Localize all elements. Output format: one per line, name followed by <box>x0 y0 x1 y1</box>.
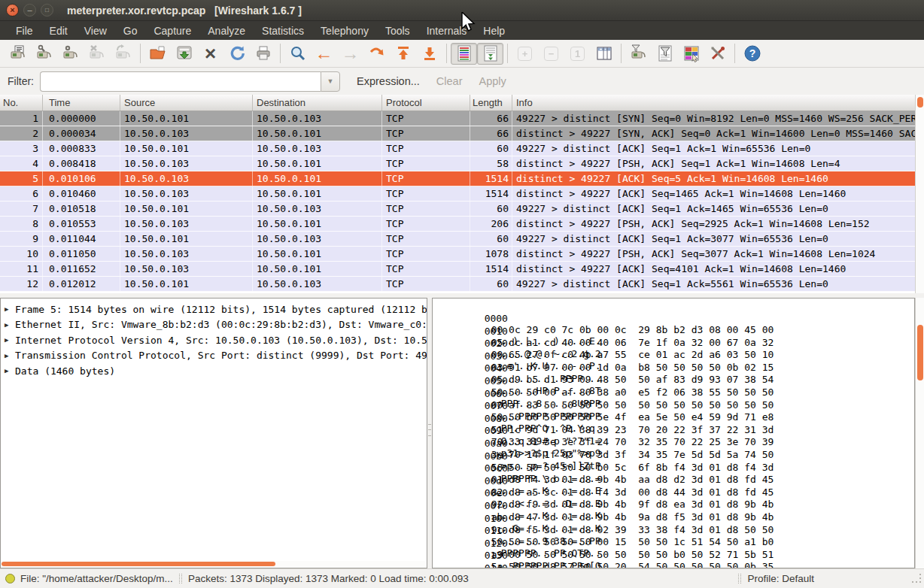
coloring-rules-icon[interactable] <box>678 43 704 65</box>
table-row[interactable]: 10 0.011050 10.50.0.103 10.50.0.101 TCP … <box>0 247 915 262</box>
close-window-icon[interactable]: × <box>6 4 19 17</box>
hex-bytes: 50 50 50 50 50 50 00 15 50 50 1c 51 54 5… <box>491 536 774 547</box>
table-row[interactable]: 8 0.010553 10.50.0.103 10.50.0.101 TCP 2… <box>0 217 915 232</box>
statusbar-grip[interactable] <box>179 574 182 583</box>
hex-bytes: 70 33 31 3e 3e 3f 24 70 32 35 70 22 25 3… <box>491 436 774 447</box>
help-icon[interactable]: ? <box>739 43 765 65</box>
go-to-packet-icon[interactable] <box>363 43 390 65</box>
detail-text: Frame 5: 1514 bytes on wire (12112 bits)… <box>15 304 427 315</box>
filter-input[interactable] <box>40 71 321 92</box>
menu-item[interactable]: Help <box>475 23 513 39</box>
resize-grip[interactable] <box>912 574 922 584</box>
menu-item[interactable]: Capture <box>145 23 199 39</box>
capture-filter-icon[interactable] <box>625 43 652 65</box>
capture-options-icon[interactable] <box>31 43 57 65</box>
column-header-time[interactable]: Time <box>43 95 120 111</box>
cell-destination: 10.50.0.103 <box>253 232 382 246</box>
status-profile[interactable]: Profile: Default <box>747 573 814 584</box>
expander-triangle-icon[interactable]: ▶ <box>5 352 15 359</box>
display-filter-icon[interactable] <box>652 43 678 65</box>
hex-bytes: 05 dc a1 cd 40 00 40 06 7e 1f 0a 32 00 6… <box>491 337 774 348</box>
menu-item[interactable]: Telephony <box>312 23 377 39</box>
cell-destination: 10.50.0.101 <box>253 156 382 171</box>
hex-offset: 0090 <box>485 425 509 436</box>
table-row[interactable]: 1 0.000000 10.50.0.101 10.50.0.103 TCP 6… <box>0 111 915 126</box>
expression-button[interactable]: Expression... <box>357 75 420 87</box>
column-header-length[interactable]: Length <box>470 95 512 111</box>
menu-item[interactable]: Analyze <box>199 23 254 39</box>
bytes-scrollbar[interactable] <box>915 298 924 568</box>
expander-triangle-icon[interactable]: ▶ <box>5 321 15 329</box>
table-row[interactable]: 3 0.000833 10.50.0.101 10.50.0.103 TCP 6… <box>0 141 915 156</box>
detail-line[interactable]: ▶ Frame 5: 1514 bytes on wire (12112 bit… <box>1 302 427 317</box>
detail-line[interactable]: ▶ Transmission Control Protocol, Src Por… <box>1 348 427 363</box>
scrollbar-thumb[interactable] <box>917 97 923 108</box>
statusbar-grip[interactable] <box>738 574 741 583</box>
cell-source: 10.50.0.103 <box>120 186 253 201</box>
interfaces-icon[interactable] <box>5 43 31 65</box>
cell-destination: 10.50.0.103 <box>253 111 382 126</box>
expander-triangle-icon[interactable]: ▶ <box>5 336 15 344</box>
details-horizontal-scrollbar[interactable] <box>2 561 426 567</box>
scrollbar-thumb[interactable] <box>2 562 275 566</box>
print-icon[interactable] <box>250 43 276 65</box>
preferences-icon[interactable] <box>704 43 731 65</box>
detail-text: Internet Protocol Version 4, Src: 10.50.… <box>15 335 427 346</box>
close-file-icon[interactable]: × <box>197 43 223 65</box>
hex-offset: 0010 <box>485 326 509 337</box>
hex-offset: 0140 <box>485 562 509 568</box>
cell-time: 0.010460 <box>43 186 120 201</box>
table-row[interactable]: 4 0.008418 10.50.0.103 10.50.0.101 TCP 5… <box>0 156 915 171</box>
menu-item[interactable]: Go <box>115 23 146 39</box>
column-header-destination[interactable]: Destination <box>253 95 382 111</box>
menu-item[interactable]: Tools <box>377 23 418 39</box>
hex-line[interactable]: 0000 00 0c 29 c0 7c 0b 00 0c 29 8b b2 d3… <box>437 302 914 314</box>
expander-triangle-icon[interactable]: ▶ <box>5 367 15 374</box>
table-row[interactable]: 11 0.011652 10.50.0.103 10.50.0.101 TCP … <box>0 262 915 277</box>
menu-item[interactable]: Statistics <box>254 23 312 39</box>
filter-dropdown-icon[interactable]: ▼ <box>321 71 340 92</box>
cell-info: distinct > 49227 [PSH, ACK] Seq=1 Ack=1 … <box>512 156 915 171</box>
colorize-icon[interactable] <box>451 43 477 65</box>
window-title: meterpreter.xor.revtcp.pcap [Wireshark 1… <box>67 5 302 17</box>
table-row[interactable]: 6 0.010460 10.50.0.103 10.50.0.101 TCP 1… <box>0 186 915 202</box>
go-back-icon[interactable]: ← <box>311 43 337 65</box>
table-row[interactable]: 7 0.010518 10.50.0.101 10.50.0.103 TCP 6… <box>0 202 915 217</box>
capture-start-icon[interactable] <box>57 43 84 65</box>
reload-icon[interactable] <box>223 43 250 65</box>
table-row[interactable]: 9 0.011044 10.50.0.101 10.50.0.103 TCP 6… <box>0 232 915 247</box>
go-to-bottom-icon[interactable] <box>416 43 442 65</box>
packet-bytes-pane: 0000 00 0c 29 c0 7c 0b 00 0c 29 8b b2 d3… <box>432 298 915 568</box>
maximize-window-icon[interactable]: □ <box>41 4 53 17</box>
cell-no: 3 <box>0 141 43 156</box>
table-row[interactable]: 5 0.010106 10.50.0.103 10.50.0.101 TCP 1… <box>0 171 915 186</box>
scrollbar-thumb[interactable] <box>917 325 923 380</box>
table-row[interactable]: 2 0.000034 10.50.0.103 10.50.0.101 TCP 6… <box>0 126 915 141</box>
hex-offset: 0050 <box>485 375 509 386</box>
column-header-info[interactable]: Info <box>512 95 915 111</box>
save-file-icon[interactable] <box>171 43 197 65</box>
auto-scroll-icon[interactable] <box>477 43 503 65</box>
open-file-icon[interactable] <box>144 43 171 65</box>
packet-list-scrollbar[interactable] <box>915 95 924 293</box>
apply-button: Apply <box>479 75 506 87</box>
table-row[interactable]: 12 0.012012 10.50.0.101 10.50.0.103 TCP … <box>0 277 915 292</box>
detail-line[interactable]: ▶ Ethernet II, Src: Vmware_8b:b2:d3 (00:… <box>1 317 427 332</box>
packet-list-header: No. Time Source Destination Protocol Len… <box>0 95 915 111</box>
resize-columns-icon[interactable] <box>591 43 617 65</box>
expander-triangle-icon[interactable]: ▶ <box>5 305 15 313</box>
menu-item[interactable]: Edit <box>41 23 76 39</box>
find-icon[interactable] <box>284 43 311 65</box>
menu-item[interactable]: View <box>76 23 115 39</box>
column-header-protocol[interactable]: Protocol <box>382 95 470 111</box>
detail-line[interactable]: ▶ Internet Protocol Version 4, Src: 10.5… <box>1 332 427 347</box>
divider-grip[interactable] <box>428 424 431 436</box>
menu-item[interactable]: File <box>8 23 41 39</box>
expert-info-icon[interactable] <box>5 574 15 583</box>
column-header-source[interactable]: Source <box>120 95 253 111</box>
cell-protocol: TCP <box>382 217 470 231</box>
go-to-top-icon[interactable] <box>390 43 416 65</box>
column-header-no[interactable]: No. <box>0 95 43 111</box>
detail-line[interactable]: ▶ Data (1460 bytes) <box>1 363 427 378</box>
minimize-window-icon[interactable]: – <box>23 4 36 17</box>
